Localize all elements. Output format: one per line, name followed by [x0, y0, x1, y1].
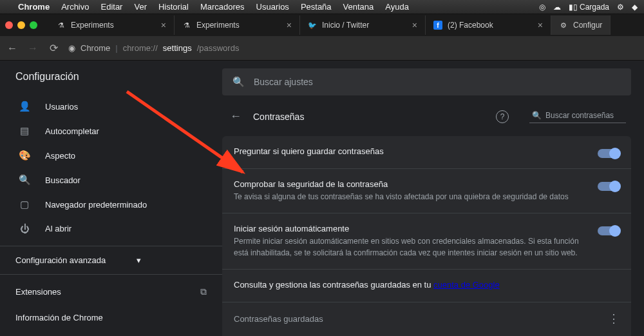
settings-search[interactable]: 🔍 Buscar ajustes — [222, 68, 631, 95]
tab-label: (2) Facebook — [448, 21, 493, 30]
search-placeholder: Buscar ajustes — [254, 77, 313, 87]
menubar-status-icon[interactable]: ☁ — [553, 3, 561, 12]
url-product: Chrome — [80, 43, 110, 53]
advanced-label: Configuración avanzada — [15, 255, 106, 265]
setting-title: Preguntar si quiero guardar contraseñas — [234, 146, 587, 156]
url-path: /passwords — [197, 43, 240, 53]
external-link-icon: ⧉ — [200, 286, 207, 297]
menubar-app[interactable]: Chrome — [18, 2, 50, 12]
menubar-item[interactable]: Historial — [158, 2, 189, 12]
search-icon: 🔍 — [18, 174, 31, 186]
sidebar-item-label: Aspecto — [45, 151, 75, 161]
sidebar-title: Configuración — [0, 61, 222, 94]
page-title: Contraseñas — [253, 112, 304, 122]
close-tab-icon[interactable]: × — [412, 20, 417, 30]
sidebar-advanced-toggle[interactable]: Configuración avanzada ▾ — [0, 246, 222, 275]
sidebar-item-autofill[interactable]: ▤Autocompletar — [0, 119, 222, 143]
browser-tab[interactable]: ⚙ Configur — [551, 15, 611, 35]
menubar-status-icon[interactable]: ⚙ — [617, 3, 624, 12]
password-search-placeholder: Buscar contraseñas — [545, 111, 614, 120]
macos-menubar: Chrome Archivo Editar Ver Historial Marc… — [0, 0, 644, 14]
saved-passwords-header: Contraseñas guardadas ⋮ — [222, 302, 631, 330]
power-icon: ⏻ — [18, 223, 31, 234]
settings-card: Preguntar si quiero guardar contraseñas … — [222, 136, 631, 336]
setting-check-security: Comprobar la seguridad de la contraseña … — [222, 169, 631, 213]
sidebar-extensions[interactable]: Extensiones ⧉ — [0, 279, 222, 305]
menubar-item[interactable]: Pestaña — [301, 2, 332, 12]
sidebar-item-label: Autocompletar — [45, 126, 99, 136]
close-tab-icon[interactable]: × — [161, 20, 166, 30]
search-icon: 🔍 — [232, 76, 245, 88]
close-window-button[interactable] — [5, 21, 13, 29]
toggle-auto-signin[interactable] — [598, 226, 620, 235]
browser-tab[interactable]: ⚗ Experiments × — [175, 15, 300, 35]
menubar-item[interactable]: Archivo — [61, 2, 89, 12]
sidebar-item-label: Usuarios — [45, 102, 78, 112]
setting-title: Consulta y gestiona las contraseñas guar… — [234, 280, 620, 290]
google-account-link[interactable]: cuenta de Google — [433, 280, 500, 290]
more-menu-icon[interactable]: ⋮ — [608, 311, 620, 326]
setting-auto-signin: Iniciar sesión automáticamente Permite i… — [222, 213, 631, 270]
chrome-icon: ◉ — [68, 43, 75, 53]
forward-button[interactable]: → — [27, 43, 39, 54]
saved-passwords-columns: Sitio web Nombre de usuario Contraseña — [222, 330, 631, 336]
sidebar-item-label: Buscador — [45, 175, 80, 185]
search-icon: 🔍 — [532, 111, 542, 120]
settings-sidebar: Configuración 👤Usuarios ▤Autocompletar 🎨… — [0, 61, 222, 336]
setting-desc: Te avisa si alguna de tus contraseñas se… — [234, 191, 587, 203]
sidebar-about[interactable]: Información de Chrome — [0, 305, 222, 330]
close-tab-icon[interactable]: × — [287, 20, 292, 30]
twitter-icon: 🐦 — [308, 21, 317, 30]
address-bar[interactable]: ◉ Chrome | chrome://settings/passwords — [68, 43, 239, 53]
help-icon[interactable]: ? — [496, 110, 509, 123]
browser-tab[interactable]: ⚗ Experiments × — [49, 15, 175, 35]
sidebar-item-label: Navegador predeterminado — [45, 200, 147, 210]
back-button[interactable]: ← — [6, 43, 18, 54]
maximize-window-button[interactable] — [30, 21, 37, 29]
palette-icon: 🎨 — [18, 150, 31, 161]
toggle-check-security[interactable] — [598, 182, 620, 191]
window-controls — [5, 21, 37, 29]
clipboard-icon: ▤ — [18, 125, 31, 137]
browser-tabstrip: ⚗ Experiments × ⚗ Experiments × 🐦 Inicio… — [0, 14, 644, 36]
about-label: Información de Chrome — [15, 313, 103, 322]
menubar-status-icon[interactable]: ◆ — [632, 3, 638, 12]
tab-label: Experiments — [71, 21, 114, 30]
browser-toolbar: ← → ⟳ ◉ Chrome | chrome://settings/passw… — [0, 36, 644, 61]
sidebar-item-onstartup[interactable]: ⏻Al abrir — [0, 217, 222, 241]
setting-desc: Permite iniciar sesión automáticamente e… — [234, 235, 587, 259]
menubar-item[interactable]: Ver — [134, 2, 147, 12]
minimize-window-button[interactable] — [17, 21, 25, 29]
menubar-item[interactable]: Ventana — [343, 2, 374, 12]
chevron-down-icon: ▾ — [137, 255, 141, 265]
setting-title: Iniciar sesión automáticamente — [234, 224, 587, 233]
back-arrow-button[interactable]: ← — [230, 110, 242, 123]
browser-tab[interactable]: f (2) Facebook × — [426, 15, 551, 35]
facebook-icon: f — [433, 21, 442, 30]
menubar-item[interactable]: Editar — [100, 2, 122, 12]
setting-save-passwords: Preguntar si quiero guardar contraseñas — [222, 136, 631, 169]
menubar-item[interactable]: Usuarios — [256, 2, 289, 12]
sidebar-item-users[interactable]: 👤Usuarios — [0, 94, 222, 119]
url-host: settings — [163, 43, 192, 53]
menubar-status-icon[interactable]: ◎ — [539, 3, 545, 12]
setting-title: Comprobar la seguridad de la contraseña — [234, 179, 587, 189]
saved-passwords-title: Contraseñas guardadas — [234, 314, 323, 324]
browser-tab[interactable]: 🐦 Inicio / Twitter × — [300, 15, 426, 35]
toggle-save-passwords[interactable] — [598, 149, 620, 158]
setting-manage-google: Consulta y gestiona las contraseñas guar… — [222, 270, 631, 302]
sidebar-item-label: Al abrir — [45, 224, 71, 233]
tab-label: Inicio / Twitter — [322, 21, 369, 30]
flask-icon: ⚗ — [57, 21, 66, 30]
reload-button[interactable]: ⟳ — [48, 42, 59, 54]
battery-icon[interactable]: ▮▯ Cargada — [569, 3, 609, 12]
extensions-label: Extensiones — [15, 287, 61, 297]
sidebar-item-search[interactable]: 🔍Buscador — [0, 168, 222, 192]
password-search[interactable]: 🔍 Buscar contraseñas — [529, 110, 626, 123]
tab-label: Configur — [573, 21, 602, 30]
menubar-item[interactable]: Ayuda — [385, 2, 409, 12]
close-tab-icon[interactable]: × — [538, 20, 543, 30]
sidebar-item-default-browser[interactable]: ▢Navegador predeterminado — [0, 192, 222, 217]
menubar-item[interactable]: Marcadores — [200, 2, 245, 12]
sidebar-item-appearance[interactable]: 🎨Aspecto — [0, 143, 222, 168]
